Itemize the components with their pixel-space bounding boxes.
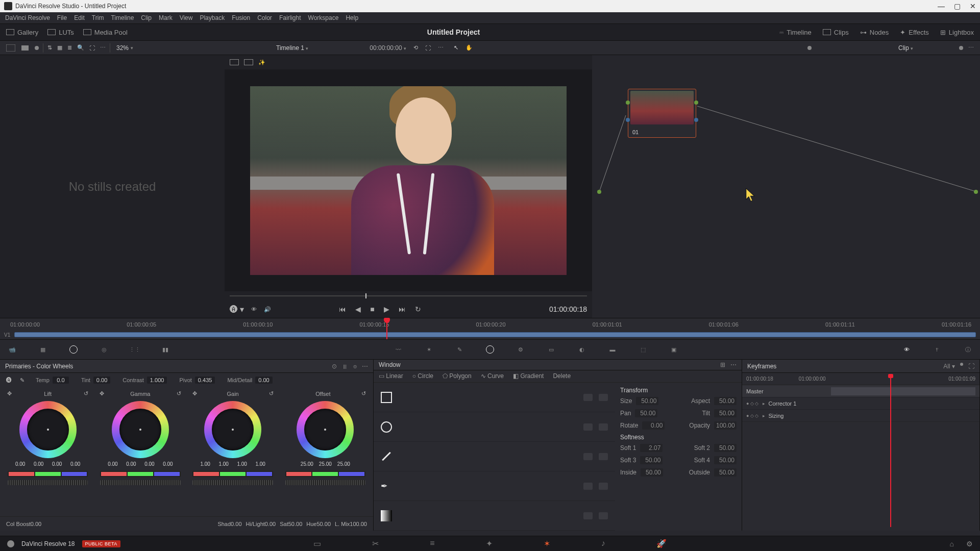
view-layout-icon[interactable]: [6, 44, 15, 52]
hue-value[interactable]: 50.00: [316, 521, 331, 527]
viewer-menu-icon[interactable]: ⋯: [438, 44, 444, 51]
shape-row-gradient[interactable]: [374, 501, 615, 531]
blur-icon[interactable]: ◐: [577, 344, 587, 355]
window-maximize[interactable]: ▢: [954, 2, 961, 10]
lift-picker-icon[interactable]: ✥: [7, 390, 12, 397]
soft4-value[interactable]: 50.00: [714, 456, 737, 464]
node-scope[interactable]: Clip ▾: [898, 44, 913, 52]
timeline-ruler[interactable]: 01:00:00:00 01:00:00:05 01:00:00:10 01:0…: [0, 318, 980, 330]
expand-icon[interactable]: ⛶: [89, 45, 95, 51]
nav-lightbox[interactable]: ⊞Lightbox: [940, 29, 974, 36]
list-icon[interactable]: ≣: [67, 44, 72, 51]
size-value[interactable]: 50.00: [636, 397, 658, 405]
grid-icon[interactable]: ▦: [57, 44, 62, 51]
nav-gallery[interactable]: Gallery: [6, 29, 38, 36]
node-editor[interactable]: 01: [592, 55, 980, 318]
page-fairlight[interactable]: ♪: [601, 539, 605, 548]
menu-item-clip[interactable]: Clip: [141, 14, 152, 21]
opacity-value[interactable]: 100.00: [714, 421, 737, 430]
color-match-icon[interactable]: ▦: [38, 344, 48, 355]
scopes-palette-icon[interactable]: ⫯: [932, 344, 942, 355]
window-preset-icon[interactable]: ⊞: [720, 361, 725, 368]
menu-item-file[interactable]: File: [57, 14, 67, 21]
gamma-picker-icon[interactable]: ✥: [100, 390, 104, 397]
lift-wheel[interactable]: [19, 401, 77, 458]
menu-item-color[interactable]: Color: [257, 14, 272, 21]
lift-jog[interactable]: [8, 480, 88, 485]
lift-values[interactable]: 0.000.000.000.00: [12, 461, 84, 467]
sort-icon[interactable]: ⇅: [47, 44, 52, 51]
gain-jog[interactable]: [192, 480, 273, 485]
inside-value[interactable]: 50.00: [641, 468, 663, 477]
rotate-value[interactable]: 0.00: [642, 421, 665, 430]
curves-icon[interactable]: 〰: [393, 344, 403, 355]
middetail-value[interactable]: 0.00: [255, 377, 272, 384]
keyframes-filter[interactable]: All ▾: [943, 363, 955, 370]
menu-item-timeline[interactable]: Timeline: [111, 14, 134, 21]
settings-gear-icon[interactable]: ⚙: [966, 540, 973, 548]
timeline-track[interactable]: V1: [0, 330, 980, 339]
node-in-green[interactable]: [626, 101, 630, 105]
color-autobalance-icon[interactable]: 🅐 ▾: [230, 305, 244, 314]
timeline-clip[interactable]: [14, 332, 976, 337]
page-fusion[interactable]: ✦: [486, 539, 493, 548]
gain-picker-icon[interactable]: ✥: [192, 390, 197, 397]
kf-timeline[interactable]: 01:00:00:18 01:00:00:00 01:00:01:09: [742, 373, 979, 385]
tracker-icon[interactable]: ⚙: [516, 344, 526, 355]
gamma-reset-icon[interactable]: ↺: [177, 390, 181, 397]
3d-icon[interactable]: ▣: [669, 344, 679, 355]
outside-value[interactable]: 50.00: [714, 468, 737, 477]
soft1-value[interactable]: 2.07: [640, 444, 663, 452]
node-out-blue[interactable]: [694, 118, 698, 122]
node-in-blue[interactable]: [626, 118, 630, 122]
temp-value[interactable]: 0.0: [53, 377, 69, 384]
menu-item-mark[interactable]: Mark: [159, 14, 173, 21]
tint-value[interactable]: 0.00: [93, 377, 110, 384]
viewer-scrubber[interactable]: [225, 291, 592, 300]
gain-reset-icon[interactable]: ↺: [269, 390, 274, 397]
loop-button[interactable]: ↻: [415, 305, 421, 313]
playhead[interactable]: [386, 319, 387, 339]
stop-button[interactable]: ■: [370, 305, 374, 313]
menu-item-view[interactable]: View: [180, 14, 193, 21]
lmix-value[interactable]: 100.00: [350, 521, 367, 527]
sat-value[interactable]: 50.00: [288, 521, 303, 527]
hdr-icon[interactable]: ◎: [99, 344, 109, 355]
offset-bars[interactable]: [285, 471, 366, 477]
nav-luts[interactable]: LUTs: [47, 29, 74, 36]
lift-bars[interactable]: [8, 471, 88, 477]
gain-bars[interactable]: [192, 471, 273, 477]
fullscreen-icon[interactable]: ⛶: [425, 45, 431, 51]
primaries-menu-icon[interactable]: ⋯: [362, 363, 368, 370]
page-deliver[interactable]: 🚀: [656, 539, 667, 548]
mute-icon[interactable]: 🔊: [264, 306, 271, 313]
warper-icon[interactable]: ✶: [424, 344, 434, 355]
menu-item-fairlight[interactable]: Fairlight: [279, 14, 301, 21]
overlay-mode-2[interactable]: [244, 59, 253, 65]
nav-effects[interactable]: ✦Effects: [900, 29, 929, 36]
play-button[interactable]: ▶: [384, 305, 389, 313]
kf-row-sizing[interactable]: ● ◇ ◇▸ Sizing: [742, 410, 979, 422]
search-icon[interactable]: 🔍: [77, 44, 84, 51]
menu-item-fusion[interactable]: Fusion: [232, 14, 250, 21]
next-clip-button[interactable]: ⏭: [399, 305, 406, 313]
soft3-value[interactable]: 50.00: [640, 456, 663, 464]
primaries-mode-dot[interactable]: ⊙: [332, 363, 337, 370]
shape-row-line[interactable]: [374, 442, 615, 471]
offset-wheel[interactable]: [297, 401, 354, 458]
colboost-value[interactable]: 0.00: [31, 521, 41, 527]
thumbnail-icon[interactable]: [20, 44, 30, 52]
magic-wand-icon[interactable]: ✨: [258, 59, 265, 66]
home-icon[interactable]: ⌂: [950, 540, 954, 548]
timecode-master[interactable]: 00:00:00:00 ▾: [370, 44, 406, 52]
menu-item-help[interactable]: Help: [346, 14, 358, 21]
shape-row-rect[interactable]: [374, 383, 615, 412]
shape-delete[interactable]: Delete: [553, 372, 571, 380]
menu-dots-icon[interactable]: ⋯: [100, 44, 106, 51]
shape-linear[interactable]: ▭ Linear: [379, 372, 403, 380]
window-minimize[interactable]: —: [938, 2, 945, 10]
chevron-down-icon[interactable]: ▾: [131, 45, 133, 51]
offset-reset-icon[interactable]: ↺: [361, 390, 366, 397]
primaries-wheels-icon[interactable]: [68, 344, 79, 355]
page-color[interactable]: ✶: [544, 539, 550, 548]
